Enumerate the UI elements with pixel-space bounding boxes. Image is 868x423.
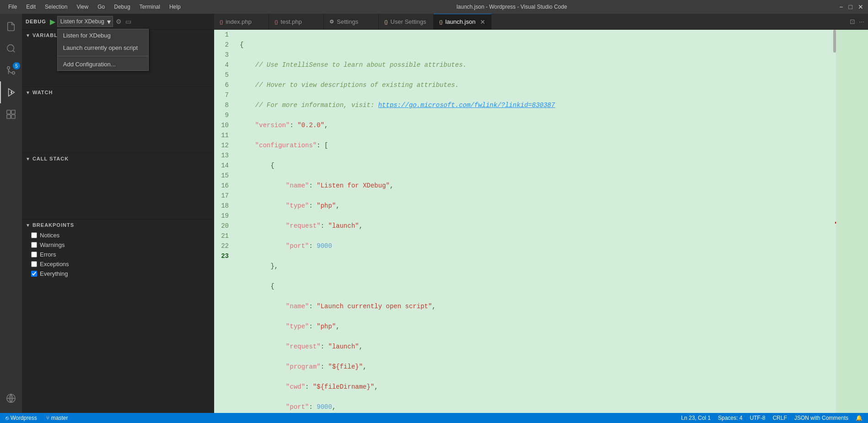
- debug-label: DEBUG: [26, 19, 46, 24]
- tab-launch-json-close[interactable]: ✕: [480, 18, 485, 26]
- breakpoint-errors-label: Errors: [40, 251, 56, 258]
- status-remote-label: Wordpress: [11, 415, 37, 421]
- ln-23: 23: [220, 251, 229, 261]
- tab-test-php-label: test.php: [280, 18, 302, 25]
- code-area[interactable]: { // Use IntelliSense to learn about pos…: [236, 30, 836, 413]
- ln-4: 4: [220, 60, 229, 70]
- svg-line-1: [13, 50, 15, 52]
- activity-remote[interactable]: [0, 387, 22, 409]
- status-encoding[interactable]: UTF-8: [748, 415, 767, 421]
- code-line-13: {: [240, 281, 832, 291]
- tab-settings[interactable]: ⚙ Settings: [324, 14, 379, 29]
- menu-selection[interactable]: Selection: [41, 4, 71, 10]
- breakpoint-everything-label: Everything: [40, 270, 68, 277]
- status-position[interactable]: Ln 23, Col 1: [679, 415, 713, 421]
- more-actions-icon[interactable]: ···: [859, 18, 864, 25]
- status-remote[interactable]: ⎋ Wordpress: [4, 415, 39, 421]
- tab-test-php[interactable]: {} test.php: [269, 14, 324, 29]
- tab-settings-label: Settings: [337, 18, 358, 25]
- tab-user-settings-label: User Settings: [390, 18, 426, 25]
- menu-terminal[interactable]: Terminal: [136, 4, 164, 10]
- debug-terminal-button[interactable]: ▭: [124, 17, 132, 26]
- dropdown-separator: [58, 56, 148, 56]
- activity-extensions[interactable]: [0, 103, 22, 125]
- menu-help[interactable]: Help: [166, 4, 184, 10]
- tab-user-settings-icon: {}: [384, 19, 388, 25]
- activity-source-control[interactable]: 5: [0, 59, 22, 81]
- branch-label: master: [51, 415, 68, 421]
- status-remote-icon: ⎋: [5, 415, 9, 421]
- dropdown-item-listen-xdebug[interactable]: Listen for XDebug: [58, 29, 148, 42]
- activity-debug[interactable]: [0, 81, 22, 103]
- menu-go[interactable]: Go: [94, 4, 108, 10]
- code-line-8: "name": "Listen for XDebug",: [240, 181, 832, 191]
- breakpoint-everything-checkbox[interactable]: [31, 271, 37, 277]
- maximize-button[interactable]: □: [849, 3, 852, 11]
- tab-index-php[interactable]: {} index.php: [214, 14, 269, 29]
- debug-config-menu: Listen for XDebug Launch currently open …: [57, 29, 149, 71]
- breakpoint-exceptions-label: Exceptions: [40, 261, 69, 268]
- tab-user-settings[interactable]: {} User Settings: [379, 14, 434, 29]
- debug-config-dropdown-container: Listen for XDebug ▾ Listen for XDebug La…: [57, 16, 113, 27]
- menu-edit[interactable]: Edit: [22, 4, 39, 10]
- breakpoint-notices: Notices: [22, 230, 214, 240]
- svg-rect-7: [7, 110, 11, 114]
- breakpoint-notices-checkbox[interactable]: [31, 232, 37, 238]
- activity-bar: 5: [0, 14, 22, 413]
- tab-launch-json[interactable]: {} launch.json ✕: [434, 14, 491, 29]
- debug-settings-button[interactable]: ⚙: [115, 17, 123, 26]
- debug-config-selected: Listen for XDebug: [58, 18, 107, 25]
- dropdown-add-config[interactable]: Add Configuration...: [58, 58, 148, 70]
- dropdown-item-launch-script[interactable]: Launch currently open script: [58, 42, 148, 54]
- tab-test-php-icon: {}: [275, 19, 278, 25]
- code-line-3: // Hover to view descriptions of existin…: [240, 80, 832, 90]
- breakpoints-header[interactable]: ▼ BREAKPOINTS: [22, 220, 214, 230]
- ln-10: 10: [220, 120, 229, 130]
- status-eol[interactable]: CRLF: [771, 415, 789, 421]
- call-stack-chevron: ▼: [26, 156, 31, 161]
- breakpoint-warnings-checkbox[interactable]: [31, 242, 37, 248]
- activity-files[interactable]: [0, 16, 22, 37]
- ln-14: 14: [220, 161, 229, 171]
- debug-play-button[interactable]: ▶: [50, 17, 55, 26]
- scrollbar-marker: [835, 222, 836, 224]
- dropdown-arrow-icon: ▾: [107, 17, 113, 26]
- close-button[interactable]: ✕: [858, 3, 863, 11]
- split-editor-icon[interactable]: ⊡: [850, 18, 855, 25]
- breakpoint-errors-checkbox[interactable]: [31, 252, 37, 257]
- activity-search[interactable]: [0, 37, 22, 59]
- debug-config-selector[interactable]: Listen for XDebug ▾: [57, 16, 113, 27]
- svg-point-0: [7, 45, 14, 52]
- editor-content[interactable]: 1 2 3 4 5 6 7 8 9 10 11 12 13 14 15 16 1…: [214, 30, 868, 413]
- breakpoint-exceptions-checkbox[interactable]: [31, 261, 37, 267]
- variables-chevron: ▼: [26, 33, 31, 38]
- ln-11: 11: [220, 130, 229, 140]
- ln-15: 15: [220, 171, 229, 181]
- minimize-button[interactable]: −: [839, 3, 843, 11]
- status-branch[interactable]: ⑂ master: [44, 415, 70, 421]
- ln-20: 20: [220, 221, 229, 231]
- status-notifications[interactable]: 🔔: [854, 415, 864, 421]
- code-line-12: },: [240, 261, 832, 271]
- menu-file[interactable]: File: [5, 4, 21, 10]
- ln-2: 2: [220, 40, 229, 50]
- menu-debug[interactable]: Debug: [110, 4, 134, 10]
- scrollbar-thumb: [833, 30, 836, 53]
- status-spaces[interactable]: Spaces: 4: [716, 415, 744, 421]
- watch-header[interactable]: ▼ WATCH: [22, 87, 214, 98]
- ln-1: 1: [220, 30, 229, 40]
- tab-index-php-icon: {}: [220, 19, 223, 25]
- breakpoint-warnings-label: Warnings: [40, 241, 65, 248]
- window-controls: − □ ✕: [839, 3, 863, 11]
- code-line-18: "cwd": "${fileDirname}",: [240, 382, 832, 392]
- status-language[interactable]: JSON with Comments: [793, 415, 850, 421]
- tab-bar-actions: ⊡ ···: [850, 14, 868, 29]
- call-stack-header[interactable]: ▼ CALL STACK: [22, 153, 214, 164]
- status-bar: ⎋ Wordpress ⑂ master Ln 23, Col 1 Spaces…: [0, 413, 868, 423]
- ln-16: 16: [220, 181, 229, 191]
- line-numbers: 1 2 3 4 5 6 7 8 9 10 11 12 13 14 15 16 1…: [214, 30, 236, 413]
- svg-rect-10: [11, 115, 15, 118]
- menu-view[interactable]: View: [73, 4, 92, 10]
- scrollbar[interactable]: [831, 30, 836, 413]
- tab-index-php-label: index.php: [226, 18, 251, 25]
